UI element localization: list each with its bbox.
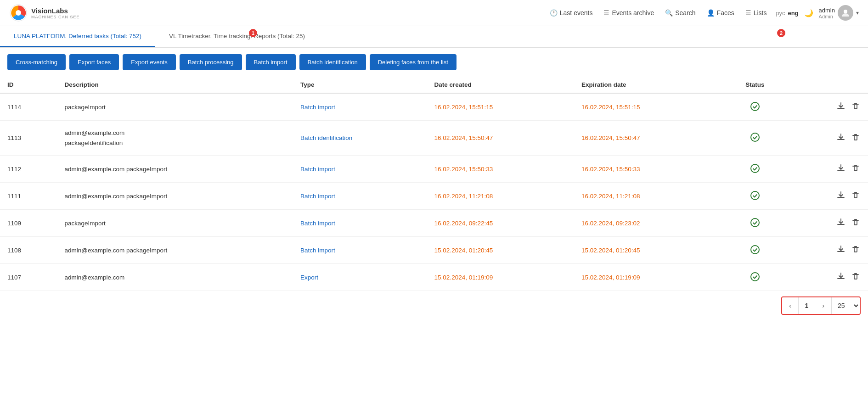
- tab-luna-label: LUNA PLATFORM. Deferred tasks (Total: 75…: [14, 33, 141, 39]
- download-icon: [837, 102, 845, 110]
- col-status-header: Status: [721, 77, 789, 93]
- clock-icon: 🕐: [550, 9, 558, 17]
- table-row: 1109packageImportBatch import16.02.2024,…: [0, 210, 868, 237]
- download-button[interactable]: [836, 132, 846, 144]
- cell-type: Batch import: [293, 210, 427, 237]
- status-done-icon: [750, 101, 760, 112]
- batch-identification-button[interactable]: Batch identification: [299, 54, 366, 70]
- download-icon: [837, 272, 845, 280]
- cell-description: admin@example.com: [57, 264, 293, 291]
- list-icon: ☰: [603, 9, 609, 17]
- delete-button[interactable]: [851, 132, 861, 144]
- cell-description: admin@example.com packageImport: [57, 237, 293, 264]
- logo-title: VisionLabs: [31, 7, 80, 15]
- delete-button[interactable]: [851, 217, 861, 229]
- deleting-faces-button[interactable]: Deleting faces from the list: [370, 54, 457, 70]
- nav-events-archive[interactable]: ☰ Events archive: [603, 9, 654, 17]
- status-done-icon: [750, 190, 760, 201]
- cell-actions: [789, 156, 868, 183]
- delete-button[interactable]: [851, 163, 861, 175]
- nav-events-archive-label: Events archive: [612, 9, 654, 17]
- trash-icon: [851, 164, 860, 172]
- nav-last-events-label: Last events: [560, 9, 593, 17]
- download-icon: [837, 133, 845, 141]
- avatar: [838, 5, 853, 21]
- trash-icon: [851, 245, 860, 253]
- delete-button[interactable]: [851, 244, 861, 256]
- lang-en[interactable]: eng: [788, 10, 798, 17]
- svg-point-1: [16, 10, 21, 16]
- cell-description: admin@example.com packageImport: [57, 183, 293, 210]
- logo-area: VisionLabs MACHINES CAN SEE: [9, 4, 80, 22]
- cell-status: [721, 237, 789, 264]
- delete-button[interactable]: [851, 190, 861, 202]
- cell-expiration-date: 16.02.2024, 11:21:08: [574, 183, 721, 210]
- pagination-controls: ‹ 1 › 25 50 100: [781, 296, 861, 315]
- theme-toggle-button[interactable]: 🌙: [804, 9, 813, 17]
- cell-status: [721, 93, 789, 121]
- page-size-select[interactable]: 25 50 100: [832, 297, 860, 314]
- download-button[interactable]: [836, 271, 846, 283]
- svg-point-3: [751, 102, 759, 111]
- cell-status: [721, 210, 789, 237]
- action-buttons-bar: Cross-matching Export faces Export event…: [0, 48, 868, 77]
- cell-actions: [789, 183, 868, 210]
- logo-text: VisionLabs MACHINES CAN SEE: [31, 7, 80, 19]
- cell-actions: [789, 93, 868, 121]
- delete-button[interactable]: [851, 101, 861, 113]
- status-done-icon: [750, 132, 760, 142]
- cell-expiration-date: 16.02.2024, 15:51:15: [574, 93, 721, 121]
- table-row: 1107admin@example.comExport15.02.2024, 0…: [0, 264, 868, 291]
- pagination-prev-button[interactable]: ‹: [782, 297, 799, 314]
- batch-processing-button[interactable]: Batch processing: [180, 54, 242, 70]
- nav-lists-label: Lists: [754, 9, 767, 17]
- cell-id: 1111: [0, 183, 57, 210]
- user-menu[interactable]: admin Admin ▾: [819, 5, 859, 21]
- nav-last-events[interactable]: 🕐 Last events: [550, 9, 593, 17]
- lang-ru[interactable]: рус: [776, 10, 785, 17]
- download-button[interactable]: [836, 190, 846, 202]
- svg-point-7: [751, 218, 759, 227]
- trash-icon: [851, 102, 860, 110]
- lists-icon: ☰: [745, 9, 751, 17]
- tabs-bar: LUNA PLATFORM. Deferred tasks (Total: 75…: [0, 26, 868, 48]
- cell-date-created: 16.02.2024, 09:22:45: [427, 210, 574, 237]
- tab-vl-label: VL Timetracker. Time tracking. Reports (…: [169, 33, 305, 39]
- nav-search-label: Search: [675, 9, 695, 17]
- nav-lists[interactable]: ☰ Lists: [745, 9, 767, 17]
- cell-type: Batch identification: [293, 121, 427, 156]
- pagination-bar: ‹ 1 › 25 50 100: [0, 291, 868, 320]
- download-button[interactable]: [836, 101, 846, 113]
- cell-description: packageImport: [57, 210, 293, 237]
- nav-search[interactable]: 🔍 Search: [665, 9, 695, 17]
- cross-matching-button[interactable]: Cross-matching: [7, 54, 66, 70]
- delete-button[interactable]: [851, 271, 861, 283]
- svg-point-8: [751, 246, 759, 254]
- col-id-header: ID: [0, 77, 57, 93]
- cell-type: Batch import: [293, 93, 427, 121]
- tab-luna[interactable]: LUNA PLATFORM. Deferred tasks (Total: 75…: [0, 26, 155, 47]
- cell-id: 1107: [0, 264, 57, 291]
- badge-2: 2: [777, 29, 785, 37]
- cell-type: Batch import: [293, 156, 427, 183]
- cell-date-created: 15.02.2024, 01:20:45: [427, 237, 574, 264]
- batch-import-button[interactable]: Batch import: [246, 54, 296, 70]
- cell-actions: [789, 237, 868, 264]
- chevron-down-icon: ▾: [856, 10, 859, 16]
- download-button[interactable]: [836, 163, 846, 175]
- table-row: 1113admin@example.compackageIdentificati…: [0, 121, 868, 156]
- tab-vl[interactable]: VL Timetracker. Time tracking. Reports (…: [155, 26, 319, 47]
- col-desc-header: Description: [57, 77, 293, 93]
- download-icon: [837, 191, 845, 199]
- cell-date-created: 16.02.2024, 11:21:08: [427, 183, 574, 210]
- pagination-next-button[interactable]: ›: [815, 297, 832, 314]
- nav-faces[interactable]: 👤 Faces: [707, 9, 734, 17]
- download-icon: [837, 218, 845, 226]
- export-faces-button[interactable]: Export faces: [69, 54, 119, 70]
- cell-expiration-date: 15.02.2024, 01:20:45: [574, 237, 721, 264]
- cell-expiration-date: 16.02.2024, 15:50:47: [574, 121, 721, 156]
- download-button[interactable]: [836, 244, 846, 256]
- trash-icon: [851, 218, 860, 226]
- export-events-button[interactable]: Export events: [123, 54, 176, 70]
- download-button[interactable]: [836, 217, 846, 229]
